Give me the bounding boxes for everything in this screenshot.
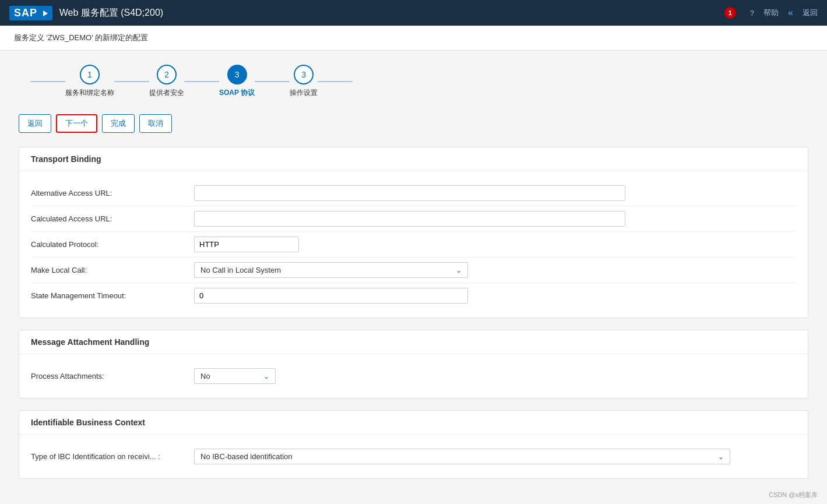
identifiable-context-body: Type of IBC Identification on receivi...… (19, 435, 808, 478)
alternative-access-url-input[interactable] (194, 185, 625, 201)
calculated-access-url-row: Calculated Access URL: (31, 206, 796, 232)
calculated-protocol-value (194, 237, 796, 252)
message-attachment-section: Message Attachment Handling Process Atta… (19, 330, 808, 399)
calculated-access-url-value (194, 211, 796, 227)
process-attachments-chevron-icon: ⌄ (263, 372, 269, 380)
cancel-button[interactable]: 取消 (139, 114, 172, 133)
topbar: SAP Web 服务配置 (S4D;200) 1 ? 帮助 « 返回 (0, 0, 827, 26)
alternative-access-url-value (194, 185, 796, 201)
process-attachments-value: No ⌄ (194, 368, 796, 384)
sap-logo: SAP (9, 6, 52, 20)
help-icon: ? (750, 9, 754, 17)
footer-watermark: CSDN @x档案库 (769, 491, 818, 499)
message-attachment-header: Message Attachment Handling (19, 330, 808, 354)
state-management-timeout-value (194, 288, 796, 304)
state-management-timeout-input[interactable] (194, 288, 468, 304)
calculated-protocol-row: Calculated Protocol: (31, 232, 796, 258)
step-label-4: 操作设置 (290, 88, 318, 98)
help-link[interactable]: 帮助 (763, 8, 779, 18)
ibc-identification-chevron-icon: ⌄ (718, 453, 724, 461)
calculated-access-url-input[interactable] (194, 211, 625, 227)
step-label-2: 提供者安全 (149, 88, 184, 98)
buttons-row: 返回 下一个 完成 取消 (19, 114, 808, 133)
calculated-protocol-input[interactable] (194, 237, 299, 252)
wizard-steps: 1 服务和绑定名称 2 提供者安全 3 SOAP 协议 3 操作设置 (19, 65, 808, 98)
calculated-protocol-label: Calculated Protocol: (31, 240, 194, 249)
wizard-line-start (30, 81, 65, 82)
process-attachments-row: Process Attachments: No ⌄ (31, 364, 796, 389)
sap-logo-triangle (43, 10, 48, 16)
make-local-call-select[interactable]: No Call in Local System ⌄ (194, 262, 468, 278)
step-circle-2: 2 (157, 65, 177, 84)
identifiable-context-section: Identifiable Business Context Type of IB… (19, 410, 808, 479)
wizard-step-2: 2 提供者安全 (149, 65, 184, 98)
wizard-step-3-active: 3 SOAP 协议 (219, 65, 255, 98)
wizard-line-2 (184, 81, 219, 82)
make-local-call-row: Make Local Call: No Call in Local System… (31, 258, 796, 283)
ibc-identification-row: Type of IBC Identification on receivi...… (31, 444, 796, 469)
back-chevron-icon: « (788, 8, 793, 18)
step-circle-1: 1 (80, 65, 100, 84)
message-attachment-body: Process Attachments: No ⌄ (19, 354, 808, 398)
wizard-step-4: 3 操作设置 (290, 65, 318, 98)
next-button[interactable]: 下一个 (56, 114, 97, 133)
finish-button[interactable]: 完成 (102, 114, 135, 133)
step-circle-3: 3 (227, 65, 247, 84)
breadcrumb: 服务定义 'ZWS_DEMO' 的新绑定的配置 (0, 26, 827, 51)
transport-binding-section: Transport Binding Alternative Access URL… (19, 147, 808, 318)
identifiable-context-header: Identifiable Business Context (19, 411, 808, 435)
ibc-identification-value: No IBC-based identification ⌄ (194, 449, 796, 464)
wizard-line-1 (114, 81, 149, 82)
transport-binding-header: Transport Binding (19, 147, 808, 171)
main-content: 1 服务和绑定名称 2 提供者安全 3 SOAP 协议 3 操作设置 (0, 51, 827, 504)
transport-binding-body: Alternative Access URL: Calculated Acces… (19, 171, 808, 318)
wizard-line-end (318, 81, 353, 82)
back-link[interactable]: 返回 (803, 8, 818, 18)
step-label-1: 服务和绑定名称 (65, 88, 114, 98)
make-local-call-label: Make Local Call: (31, 266, 194, 274)
make-local-call-chevron-icon: ⌄ (456, 266, 462, 274)
step-circle-4: 3 (294, 65, 314, 84)
process-attachments-select[interactable]: No ⌄ (194, 368, 276, 384)
notification-dot[interactable]: 1 (724, 7, 736, 19)
process-attachments-label: Process Attachments: (31, 372, 194, 380)
wizard-step-1: 1 服务和绑定名称 (65, 65, 114, 98)
ibc-identification-select[interactable]: No IBC-based identification ⌄ (194, 449, 730, 464)
step-label-3: SOAP 协议 (219, 88, 255, 98)
wizard-line-3 (255, 81, 290, 82)
state-management-timeout-label: State Management Timeout: (31, 291, 194, 300)
alternative-access-url-label: Alternative Access URL: (31, 189, 194, 198)
state-management-timeout-row: State Management Timeout: (31, 283, 796, 308)
back-button[interactable]: 返回 (19, 114, 51, 133)
topbar-title: Web 服务配置 (S4D;200) (59, 7, 163, 19)
ibc-identification-label: Type of IBC Identification on receivi...… (31, 452, 194, 461)
make-local-call-value: No Call in Local System ⌄ (194, 262, 796, 278)
calculated-access-url-label: Calculated Access URL: (31, 214, 194, 223)
alternative-access-url-row: Alternative Access URL: (31, 181, 796, 206)
